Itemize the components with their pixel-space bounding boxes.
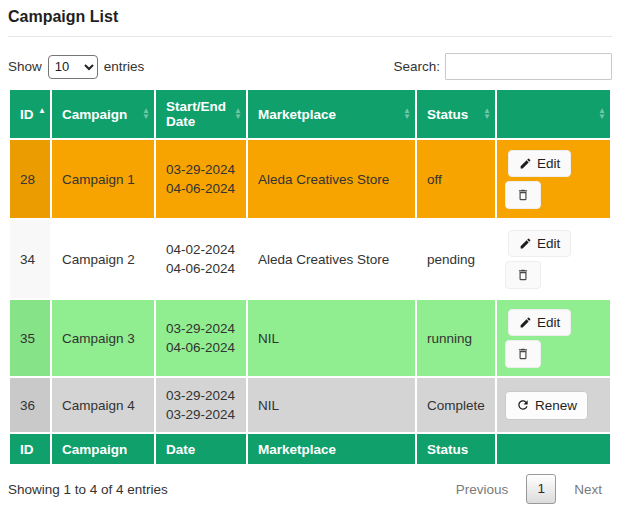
sort-both-icon: ▲▼ (483, 108, 491, 120)
search-input[interactable] (445, 53, 612, 80)
footer-marketplace: Marketplace (248, 434, 415, 464)
cell-marketplace: NIL (248, 378, 415, 432)
footer-id: ID (10, 434, 50, 464)
cell-actions: Renew (497, 378, 610, 432)
search-control: Search: (393, 53, 612, 80)
campaign-list-page: Campaign List Show 10 entries Search: ID… (0, 0, 620, 505)
table-bottom-bar: Showing 1 to 4 of 4 entries Previous 1 N… (8, 474, 612, 504)
cell-id: 36 (10, 378, 50, 432)
column-header-actions[interactable]: ▲▼ (497, 90, 610, 138)
pagination: Previous 1 Next (446, 474, 612, 504)
next-page-button[interactable]: Next (564, 476, 612, 503)
cell-status: Complete (417, 378, 495, 432)
table-controls: Show 10 entries Search: (8, 53, 612, 80)
refresh-icon (516, 398, 530, 412)
page-length-select[interactable]: 10 (48, 55, 98, 79)
cell-actions: Edit (497, 220, 610, 298)
delete-button[interactable] (505, 340, 541, 368)
cell-marketplace: NIL (248, 300, 415, 376)
pencil-icon (519, 316, 532, 329)
end-date: 04-06-2024 (166, 179, 238, 198)
edit-button[interactable]: Edit (508, 230, 571, 257)
search-label: Search: (393, 59, 440, 74)
page-number-button[interactable]: 1 (526, 474, 556, 504)
pencil-icon (519, 237, 532, 250)
edit-button-label: Edit (537, 236, 560, 251)
footer-campaign: Campaign (52, 434, 154, 464)
table-row: 36 Campaign 4 03-29-2024 03-29-2024 NIL … (10, 378, 610, 432)
table-footer-row: ID Campaign Date Marketplace Status (10, 434, 610, 464)
entries-info: Showing 1 to 4 of 4 entries (8, 482, 168, 497)
sort-both-icon: ▲▼ (234, 108, 242, 120)
table-row: 34 Campaign 2 04-02-2024 04-06-2024 Aled… (10, 220, 610, 298)
renew-button-label: Renew (535, 398, 577, 413)
cell-campaign: Campaign 1 (52, 140, 154, 218)
cell-id: 35 (10, 300, 50, 376)
cell-status: running (417, 300, 495, 376)
cell-campaign: Campaign 2 (52, 220, 154, 298)
cell-campaign: Campaign 4 (52, 378, 154, 432)
column-header-start-end-date[interactable]: Start/End Date ▲▼ (156, 90, 246, 138)
footer-status: Status (417, 434, 495, 464)
column-header-marketplace[interactable]: Marketplace ▲▼ (248, 90, 415, 138)
entries-label: entries (104, 59, 145, 74)
cell-campaign: Campaign 3 (52, 300, 154, 376)
column-header-label: Marketplace (258, 107, 336, 122)
end-date: 03-29-2024 (166, 405, 238, 424)
delete-button[interactable] (505, 181, 541, 209)
end-date: 04-06-2024 (166, 338, 238, 357)
cell-marketplace: Aleda Creatives Store (248, 220, 415, 298)
table-row: 35 Campaign 3 03-29-2024 04-06-2024 NIL … (10, 300, 610, 376)
cell-id: 34 (10, 220, 50, 298)
start-date: 03-29-2024 (166, 160, 238, 179)
pencil-icon (519, 157, 532, 170)
column-header-label: Start/End Date (166, 99, 226, 129)
sort-asc-icon: ▲▼ (38, 108, 46, 120)
column-header-label: Status (427, 107, 468, 122)
edit-button-label: Edit (537, 156, 560, 171)
cell-date: 04-02-2024 04-06-2024 (156, 220, 246, 298)
sort-both-icon: ▲▼ (142, 108, 150, 120)
table-row: 28 Campaign 1 03-29-2024 04-06-2024 Aled… (10, 140, 610, 218)
column-header-status[interactable]: Status ▲▼ (417, 90, 495, 138)
title-divider (8, 36, 612, 37)
cell-actions: Edit (497, 140, 610, 218)
column-header-label: ID (20, 107, 34, 122)
start-date: 03-29-2024 (166, 386, 238, 405)
campaign-table: ID ▲▼ Campaign ▲▼ Start/End Date ▲▼ Mark… (8, 88, 612, 466)
edit-button[interactable]: Edit (508, 309, 571, 336)
edit-button-label: Edit (537, 315, 560, 330)
trash-icon (516, 347, 530, 361)
cell-marketplace: Aleda Creatives Store (248, 140, 415, 218)
trash-icon (516, 188, 530, 202)
column-header-campaign[interactable]: Campaign ▲▼ (52, 90, 154, 138)
cell-status: off (417, 140, 495, 218)
cell-id: 28 (10, 140, 50, 218)
column-header-id[interactable]: ID ▲▼ (10, 90, 50, 138)
cell-date: 03-29-2024 03-29-2024 (156, 378, 246, 432)
cell-actions: Edit (497, 300, 610, 376)
previous-page-button[interactable]: Previous (446, 476, 519, 503)
show-label: Show (8, 59, 42, 74)
page-title: Campaign List (8, 8, 612, 26)
column-header-label: Campaign (62, 107, 127, 122)
renew-button[interactable]: Renew (505, 391, 588, 420)
cell-status: pending (417, 220, 495, 298)
end-date: 04-06-2024 (166, 259, 238, 278)
footer-actions (497, 434, 610, 464)
delete-button[interactable] (505, 261, 541, 289)
cell-date: 03-29-2024 04-06-2024 (156, 300, 246, 376)
sort-both-icon: ▲▼ (403, 108, 411, 120)
sort-both-icon: ▲▼ (598, 108, 606, 120)
start-date: 03-29-2024 (166, 319, 238, 338)
cell-date: 03-29-2024 04-06-2024 (156, 140, 246, 218)
trash-icon (516, 268, 530, 282)
table-header-row: ID ▲▼ Campaign ▲▼ Start/End Date ▲▼ Mark… (10, 90, 610, 138)
page-length-control: Show 10 entries (8, 55, 144, 79)
start-date: 04-02-2024 (166, 240, 238, 259)
edit-button[interactable]: Edit (508, 150, 571, 177)
footer-date: Date (156, 434, 246, 464)
